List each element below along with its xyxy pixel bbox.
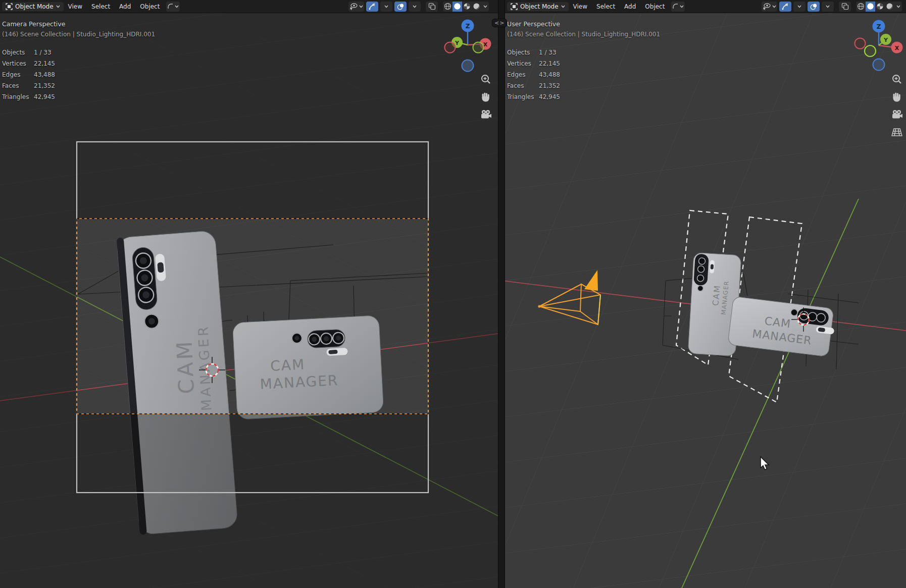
brand-text: CAM xyxy=(172,338,199,394)
menu-select[interactable]: Select xyxy=(87,2,115,12)
chevron-down-icon xyxy=(826,5,830,8)
gizmo-axis-z-neg[interactable] xyxy=(462,60,474,72)
camera-view-icon[interactable] xyxy=(480,109,492,120)
gizmo-axis-x-neg[interactable] xyxy=(445,42,456,53)
pan-hand-icon[interactable] xyxy=(480,91,491,102)
zoom-icon[interactable] xyxy=(891,74,902,85)
gizmo-axis-x-neg[interactable] xyxy=(855,38,866,49)
object-visibility-dropdown[interactable] xyxy=(762,2,777,12)
shading-wireframe-button[interactable] xyxy=(856,2,866,12)
pan-hand-icon[interactable] xyxy=(891,91,902,102)
split-resize-widget[interactable]: <> xyxy=(492,19,507,27)
gizmo-dropdown[interactable] xyxy=(793,2,806,12)
xray-icon xyxy=(841,3,849,10)
menu-view[interactable]: View xyxy=(569,2,592,12)
eye-cursor-icon xyxy=(763,3,771,10)
stat-value: 42,945 xyxy=(34,93,55,100)
overlays-dropdown[interactable] xyxy=(822,2,834,12)
falloff-dropdown[interactable] xyxy=(166,2,180,12)
eye-cursor-icon xyxy=(349,3,358,10)
zoom-icon[interactable] xyxy=(480,74,491,85)
show-gizmo-toggle[interactable] xyxy=(366,2,378,12)
gizmo-axis-z-neg[interactable] xyxy=(873,59,885,71)
show-overlays-toggle[interactable] xyxy=(394,2,407,12)
object-mode-icon xyxy=(6,3,13,10)
overlays-icon xyxy=(810,3,818,10)
chevron-down-icon xyxy=(175,5,179,8)
stat-value: 42,945 xyxy=(539,93,560,100)
wireframe-sphere-icon xyxy=(444,3,451,10)
camera-view-icon[interactable] xyxy=(891,109,903,120)
shading-rendered-button[interactable] xyxy=(472,2,481,12)
chevron-down-icon xyxy=(772,5,776,8)
scene-stats: Objects1 / 33 Vertices22,145 Edges43,488… xyxy=(2,47,55,102)
perspective-grid-icon[interactable] xyxy=(891,127,903,138)
menu-object[interactable]: Object xyxy=(640,2,669,12)
gizmo-z-label: Z xyxy=(877,23,881,30)
shading-rendered-button[interactable] xyxy=(885,2,894,12)
gizmo-dropdown[interactable] xyxy=(380,2,392,12)
menu-add[interactable]: Add xyxy=(115,2,135,12)
menu-select[interactable]: Select xyxy=(592,2,620,12)
rendered-sphere-icon xyxy=(886,3,893,10)
phone-object-2[interactable]: CAM MANAGER xyxy=(232,315,384,420)
chevron-down-icon xyxy=(680,5,684,8)
viewport-divider[interactable] xyxy=(498,0,505,588)
stat-label: Edges xyxy=(2,71,34,78)
gizmo-axis-y-neg[interactable] xyxy=(865,45,876,57)
stat-value: 1 / 33 xyxy=(34,49,52,56)
xray-toggle[interactable] xyxy=(839,2,851,12)
stat-value: 21,352 xyxy=(539,82,560,89)
gizmo-icon xyxy=(369,3,376,10)
overlays-dropdown[interactable] xyxy=(409,2,421,12)
viewport-user: Object Mode View Select Add Object xyxy=(505,0,906,588)
viewport-header-left: Object Mode View Select Add Object xyxy=(0,0,498,13)
navigation-gizmo[interactable]: Z Y X xyxy=(438,16,495,73)
chevron-down-icon xyxy=(483,5,487,8)
stat-label: Edges xyxy=(507,71,539,78)
mode-dropdown[interactable]: Object Mode xyxy=(507,2,569,11)
chevron-down-icon xyxy=(384,5,388,8)
overlays-icon xyxy=(397,3,405,10)
shading-solid-button[interactable] xyxy=(866,2,875,12)
scene-stats: Objects1 / 33 Vertices22,145 Edges43,488… xyxy=(507,47,560,102)
user-view-scene: CAM MANAGER CAM MANAGER xyxy=(505,13,906,588)
shading-wireframe-button[interactable] xyxy=(443,2,452,12)
chevron-down-icon xyxy=(413,5,417,8)
gizmo-icon xyxy=(782,3,789,10)
stat-value: 43,488 xyxy=(539,71,560,78)
shading-mode-group xyxy=(443,2,489,12)
menu-object[interactable]: Object xyxy=(135,2,164,12)
mode-label: Object Mode xyxy=(520,3,559,10)
stat-label: Vertices xyxy=(2,60,34,67)
navigation-gizmo[interactable]: Z Y X xyxy=(850,16,906,73)
viewport-camera: Object Mode View Select Add Object xyxy=(0,0,498,588)
shading-solid-button[interactable] xyxy=(452,2,462,12)
material-sphere-icon xyxy=(876,3,884,10)
collection-label: (146) Scene Collection | Studio_Lighting… xyxy=(507,31,660,38)
shading-material-button[interactable] xyxy=(462,2,472,12)
shading-dropdown[interactable] xyxy=(481,2,489,12)
xray-toggle[interactable] xyxy=(426,2,438,12)
falloff-icon xyxy=(167,3,174,10)
falloff-dropdown[interactable] xyxy=(671,2,685,12)
stat-value: 43,488 xyxy=(34,71,55,78)
menu-view[interactable]: View xyxy=(64,2,87,12)
gizmo-axis-y-neg[interactable] xyxy=(473,42,484,53)
object-visibility-dropdown[interactable] xyxy=(348,2,364,12)
show-gizmo-toggle[interactable] xyxy=(779,2,791,12)
shading-mode-group xyxy=(856,2,902,12)
mouse-cursor xyxy=(759,456,771,471)
show-overlays-toggle[interactable] xyxy=(808,2,820,12)
gizmo-y-label: Y xyxy=(883,37,888,43)
shading-material-button[interactable] xyxy=(875,2,885,12)
stat-label: Objects xyxy=(507,49,539,56)
solid-sphere-icon xyxy=(867,3,874,10)
shading-dropdown[interactable] xyxy=(894,2,902,12)
stat-value: 1 / 33 xyxy=(539,49,557,56)
mode-dropdown[interactable]: Object Mode xyxy=(2,2,64,11)
viewport-tools-right xyxy=(762,2,903,12)
stat-value: 22,145 xyxy=(34,60,55,67)
menu-add[interactable]: Add xyxy=(620,2,640,12)
view-name-label: User Perspective xyxy=(507,20,560,28)
